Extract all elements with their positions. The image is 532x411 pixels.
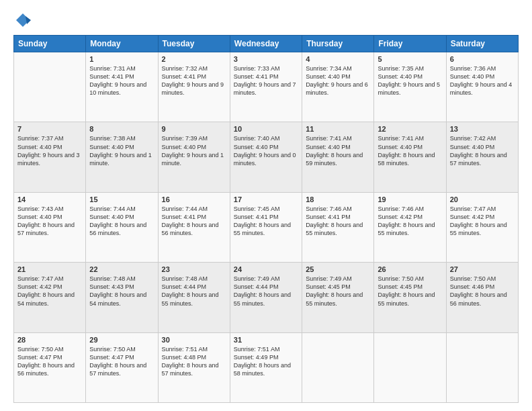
- day-number: 5: [378, 55, 442, 63]
- day-number: 31: [234, 336, 298, 344]
- calendar-table: SundayMondayTuesdayWednesdayThursdayFrid…: [13, 35, 519, 403]
- calendar-cell: 26Sunrise: 7:50 AMSunset: 4:45 PMDayligh…: [374, 263, 446, 332]
- calendar-cell: 5Sunrise: 7:35 AMSunset: 4:40 PMDaylight…: [374, 52, 446, 122]
- calendar-cell: 11Sunrise: 7:41 AMSunset: 4:40 PMDayligh…: [302, 122, 374, 192]
- calendar-cell: 24Sunrise: 7:49 AMSunset: 4:44 PMDayligh…: [230, 263, 302, 332]
- calendar-cell: 16Sunrise: 7:44 AMSunset: 4:41 PMDayligh…: [158, 192, 230, 262]
- cell-info: Sunrise: 7:35 AMSunset: 4:40 PMDaylight:…: [378, 64, 442, 97]
- cell-info: Sunrise: 7:37 AMSunset: 4:40 PMDaylight:…: [17, 134, 82, 167]
- day-number: 6: [450, 55, 515, 63]
- day-number: 30: [162, 336, 226, 344]
- cell-info: Sunrise: 7:39 AMSunset: 4:40 PMDaylight:…: [162, 134, 226, 167]
- day-number: 22: [89, 265, 154, 273]
- calendar-cell: [302, 332, 374, 402]
- day-number: 9: [162, 125, 226, 133]
- weekday-header: Wednesday: [230, 36, 302, 52]
- cell-info: Sunrise: 7:44 AMSunset: 4:41 PMDaylight:…: [162, 205, 226, 238]
- day-number: 4: [306, 55, 370, 63]
- weekday-header: Sunday: [14, 36, 86, 52]
- weekday-header: Monday: [86, 36, 158, 52]
- logo: [13, 11, 35, 30]
- day-number: 1: [89, 55, 154, 63]
- calendar-cell: 27Sunrise: 7:50 AMSunset: 4:46 PMDayligh…: [446, 263, 518, 332]
- weekday-header: Thursday: [302, 36, 374, 52]
- cell-info: Sunrise: 7:50 AMSunset: 4:47 PMDaylight:…: [17, 345, 82, 378]
- logo-icon: [13, 11, 32, 30]
- day-number: 27: [450, 265, 515, 273]
- day-number: 24: [234, 265, 298, 273]
- day-number: 13: [450, 125, 515, 133]
- header: [13, 11, 519, 30]
- day-number: 26: [378, 265, 442, 273]
- calendar-cell: 4Sunrise: 7:34 AMSunset: 4:40 PMDaylight…: [302, 52, 374, 122]
- weekday-header: Saturday: [446, 36, 518, 52]
- calendar-week-row: 21Sunrise: 7:47 AMSunset: 4:42 PMDayligh…: [14, 263, 519, 332]
- cell-info: Sunrise: 7:51 AMSunset: 4:49 PMDaylight:…: [234, 345, 298, 378]
- day-number: 7: [17, 125, 82, 133]
- day-number: 16: [162, 195, 226, 203]
- cell-info: Sunrise: 7:49 AMSunset: 4:45 PMDaylight:…: [306, 275, 370, 308]
- cell-info: Sunrise: 7:50 AMSunset: 4:47 PMDaylight:…: [89, 345, 154, 378]
- calendar-cell: [14, 52, 86, 122]
- day-number: 20: [450, 195, 515, 203]
- calendar-cell: 2Sunrise: 7:32 AMSunset: 4:41 PMDaylight…: [158, 52, 230, 122]
- cell-info: Sunrise: 7:48 AMSunset: 4:44 PMDaylight:…: [162, 275, 226, 308]
- cell-info: Sunrise: 7:46 AMSunset: 4:41 PMDaylight:…: [306, 205, 370, 238]
- calendar-cell: 15Sunrise: 7:44 AMSunset: 4:40 PMDayligh…: [86, 192, 158, 262]
- calendar-cell: 13Sunrise: 7:42 AMSunset: 4:40 PMDayligh…: [446, 122, 518, 192]
- day-number: 11: [306, 125, 370, 133]
- calendar-cell: 22Sunrise: 7:48 AMSunset: 4:43 PMDayligh…: [86, 263, 158, 332]
- cell-info: Sunrise: 7:41 AMSunset: 4:40 PMDaylight:…: [378, 134, 442, 167]
- day-number: 2: [162, 55, 226, 63]
- calendar-cell: 31Sunrise: 7:51 AMSunset: 4:49 PMDayligh…: [230, 332, 302, 402]
- calendar-cell: 1Sunrise: 7:31 AMSunset: 4:41 PMDaylight…: [86, 52, 158, 122]
- cell-info: Sunrise: 7:50 AMSunset: 4:45 PMDaylight:…: [378, 275, 442, 308]
- calendar-cell: 8Sunrise: 7:38 AMSunset: 4:40 PMDaylight…: [86, 122, 158, 192]
- day-number: 29: [89, 336, 154, 344]
- day-number: 21: [17, 265, 82, 273]
- cell-info: Sunrise: 7:44 AMSunset: 4:40 PMDaylight:…: [89, 205, 154, 238]
- cell-info: Sunrise: 7:50 AMSunset: 4:46 PMDaylight:…: [450, 275, 515, 308]
- cell-info: Sunrise: 7:49 AMSunset: 4:44 PMDaylight:…: [234, 275, 298, 308]
- weekday-header: Friday: [374, 36, 446, 52]
- cell-info: Sunrise: 7:40 AMSunset: 4:40 PMDaylight:…: [234, 134, 298, 167]
- calendar-cell: 14Sunrise: 7:43 AMSunset: 4:40 PMDayligh…: [14, 192, 86, 262]
- cell-info: Sunrise: 7:51 AMSunset: 4:48 PMDaylight:…: [162, 345, 226, 378]
- cell-info: Sunrise: 7:48 AMSunset: 4:43 PMDaylight:…: [89, 275, 154, 308]
- calendar-cell: 18Sunrise: 7:46 AMSunset: 4:41 PMDayligh…: [302, 192, 374, 262]
- calendar-cell: [374, 332, 446, 402]
- calendar-cell: 17Sunrise: 7:45 AMSunset: 4:41 PMDayligh…: [230, 192, 302, 262]
- calendar-cell: 6Sunrise: 7:36 AMSunset: 4:40 PMDaylight…: [446, 52, 518, 122]
- weekday-header-row: SundayMondayTuesdayWednesdayThursdayFrid…: [14, 36, 519, 52]
- cell-info: Sunrise: 7:42 AMSunset: 4:40 PMDaylight:…: [450, 134, 515, 167]
- cell-info: Sunrise: 7:46 AMSunset: 4:42 PMDaylight:…: [378, 205, 442, 238]
- calendar-cell: 21Sunrise: 7:47 AMSunset: 4:42 PMDayligh…: [14, 263, 86, 332]
- cell-info: Sunrise: 7:47 AMSunset: 4:42 PMDaylight:…: [450, 205, 515, 238]
- cell-info: Sunrise: 7:41 AMSunset: 4:40 PMDaylight:…: [306, 134, 370, 167]
- day-number: 19: [378, 195, 442, 203]
- calendar-cell: 20Sunrise: 7:47 AMSunset: 4:42 PMDayligh…: [446, 192, 518, 262]
- calendar-cell: 29Sunrise: 7:50 AMSunset: 4:47 PMDayligh…: [86, 332, 158, 402]
- calendar-cell: 7Sunrise: 7:37 AMSunset: 4:40 PMDaylight…: [14, 122, 86, 192]
- cell-info: Sunrise: 7:32 AMSunset: 4:41 PMDaylight:…: [162, 64, 226, 97]
- day-number: 17: [234, 195, 298, 203]
- calendar-cell: 28Sunrise: 7:50 AMSunset: 4:47 PMDayligh…: [14, 332, 86, 402]
- cell-info: Sunrise: 7:31 AMSunset: 4:41 PMDaylight:…: [89, 64, 154, 97]
- calendar-cell: 19Sunrise: 7:46 AMSunset: 4:42 PMDayligh…: [374, 192, 446, 262]
- day-number: 15: [89, 195, 154, 203]
- day-number: 10: [234, 125, 298, 133]
- day-number: 23: [162, 265, 226, 273]
- calendar-week-row: 14Sunrise: 7:43 AMSunset: 4:40 PMDayligh…: [14, 192, 519, 262]
- calendar-week-row: 1Sunrise: 7:31 AMSunset: 4:41 PMDaylight…: [14, 52, 519, 122]
- calendar-cell: 25Sunrise: 7:49 AMSunset: 4:45 PMDayligh…: [302, 263, 374, 332]
- cell-info: Sunrise: 7:45 AMSunset: 4:41 PMDaylight:…: [234, 205, 298, 238]
- day-number: 18: [306, 195, 370, 203]
- cell-info: Sunrise: 7:33 AMSunset: 4:41 PMDaylight:…: [234, 64, 298, 97]
- day-number: 25: [306, 265, 370, 273]
- calendar-cell: 10Sunrise: 7:40 AMSunset: 4:40 PMDayligh…: [230, 122, 302, 192]
- cell-info: Sunrise: 7:38 AMSunset: 4:40 PMDaylight:…: [89, 134, 154, 167]
- calendar-cell: 12Sunrise: 7:41 AMSunset: 4:40 PMDayligh…: [374, 122, 446, 192]
- cell-info: Sunrise: 7:34 AMSunset: 4:40 PMDaylight:…: [306, 64, 370, 97]
- day-number: 12: [378, 125, 442, 133]
- calendar-page: SundayMondayTuesdayWednesdayThursdayFrid…: [0, 0, 532, 411]
